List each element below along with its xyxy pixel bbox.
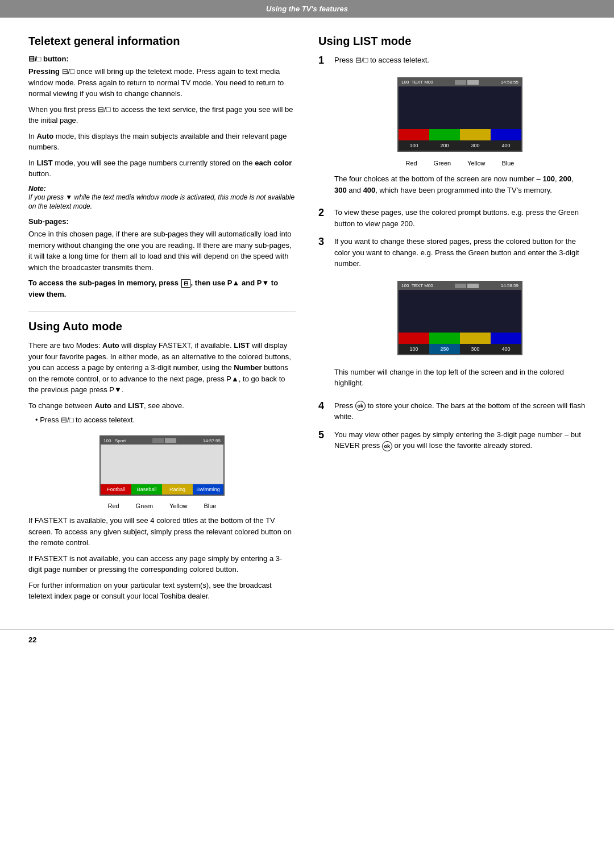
bar-y1 bbox=[460, 129, 491, 140]
text-icon: ⊟ bbox=[181, 279, 190, 288]
label-red: Red bbox=[107, 502, 119, 509]
auto-mode-para1: There are two Modes: Auto will display F… bbox=[28, 340, 296, 396]
tv-labels1: Red Green Yellow Blue bbox=[397, 159, 522, 168]
teletext-title: Teletext general information bbox=[28, 35, 296, 48]
label-green: Green bbox=[136, 502, 154, 509]
prog-block1 bbox=[152, 438, 164, 443]
step-5-content: You may view other pages by simply enter… bbox=[334, 429, 586, 451]
tv-ch1: 100 TEXT M00 bbox=[401, 79, 433, 86]
tv-time: 14:57:55 bbox=[203, 438, 221, 443]
bar-r3 bbox=[399, 333, 429, 344]
tv-nums3: 100 250 300 400 bbox=[399, 344, 521, 354]
tv-nums1: 100 200 300 400 bbox=[399, 140, 521, 151]
button-icon: ⊟/□ bbox=[28, 55, 41, 63]
page-number: 22 bbox=[28, 636, 36, 644]
step-3: 3 If you want to change these stored pag… bbox=[318, 236, 586, 393]
ok-icon: ok bbox=[355, 401, 366, 411]
left-column: Teletext general information ⊟/□ button:… bbox=[28, 35, 296, 612]
btn-green: Baseball bbox=[131, 484, 162, 495]
bar-y3 bbox=[460, 333, 491, 344]
tv-screen-list3: 100 TEXT M00 14:58:59 bbox=[334, 275, 586, 361]
tv-top3: 100 TEXT M00 14:58:59 bbox=[399, 282, 521, 290]
sport-label-racing: Racing bbox=[162, 484, 193, 495]
note-box: Note: If you press ▼ while the text medi… bbox=[28, 184, 296, 212]
num-300: 300 bbox=[460, 140, 491, 151]
bar-b3 bbox=[491, 333, 521, 344]
pb3 bbox=[455, 284, 466, 288]
pb4 bbox=[467, 284, 479, 288]
teletext-section: Teletext general information ⊟/□ button:… bbox=[28, 35, 296, 300]
step1-para: The four choices at the bottom of the sc… bbox=[334, 173, 586, 196]
auto-mode-title: Using Auto mode bbox=[28, 320, 296, 333]
tv-progress bbox=[152, 438, 176, 443]
step-3-content: If you want to change these stored pages… bbox=[334, 236, 586, 393]
divider bbox=[28, 311, 296, 312]
page-footer: 22 bbox=[0, 629, 614, 650]
subpages-para1: Once in this chosen page, if there are s… bbox=[28, 229, 296, 273]
step-5-num: 5 bbox=[318, 429, 330, 442]
lbl-green1: Green bbox=[434, 159, 451, 168]
button-para4: In LIST mode, you will see the page numb… bbox=[28, 157, 296, 180]
tv-bottom-bar1 bbox=[399, 129, 521, 140]
step-3-num: 3 bbox=[318, 236, 330, 248]
button-para2: When you first press ⊟/□ to access the t… bbox=[28, 104, 296, 126]
step-4-content: Press ok to store your choice. The bars … bbox=[334, 400, 586, 422]
tv-ch3: 100 TEXT M00 bbox=[401, 283, 433, 289]
tv-bottom-bar3 bbox=[399, 333, 521, 344]
bar-g3 bbox=[429, 333, 460, 344]
content-area: Teletext general information ⊟/□ button:… bbox=[0, 18, 614, 629]
auto-mode-section: Using Auto mode There are two Modes: Aut… bbox=[28, 320, 296, 602]
btn-yellow: Racing bbox=[162, 484, 193, 495]
pb1 bbox=[455, 80, 466, 85]
lbl-yellow1: Yellow bbox=[467, 159, 485, 168]
lbl-blue1: Blue bbox=[501, 159, 514, 168]
tv-body3 bbox=[399, 290, 521, 333]
bar-g1 bbox=[429, 129, 460, 140]
list-mode-title: Using LIST mode bbox=[318, 35, 586, 48]
tv-prog3 bbox=[455, 284, 479, 288]
tv-top1: 100 TEXT M00 14:58:55 bbox=[399, 78, 521, 86]
label-yellow: Yellow bbox=[169, 502, 187, 509]
lbl-red1: Red bbox=[405, 159, 417, 168]
num-100: 100 bbox=[399, 140, 429, 151]
step-1-content: Press ⊟/□ to access teletext. 100 TEXT M… bbox=[334, 55, 586, 200]
sport-label-baseball: Baseball bbox=[131, 484, 162, 495]
btn-red: Football bbox=[101, 484, 131, 495]
tv-screen-box: 100 Sport 14:57:55 Football bbox=[99, 435, 225, 496]
pb2 bbox=[467, 80, 479, 85]
num3-400: 400 bbox=[491, 344, 521, 354]
auto-mode-para2: To change between Auto and LIST, see abo… bbox=[28, 400, 296, 412]
note-title: Note: bbox=[28, 185, 46, 193]
tv-time3: 14:58:59 bbox=[501, 283, 518, 289]
tv-color-labels: Red Green Yellow Blue bbox=[99, 502, 225, 509]
button-label: ⊟/□ button: bbox=[28, 55, 296, 63]
tv-body1 bbox=[399, 86, 521, 129]
fastext-para1: If FASTEXT is available, you will see 4 … bbox=[28, 515, 296, 549]
right-column: Using LIST mode 1 Press ⊟/□ to access te… bbox=[318, 35, 586, 612]
step-2-num: 2 bbox=[318, 207, 330, 219]
step-4-num: 4 bbox=[318, 400, 330, 413]
list-mode-section: Using LIST mode 1 Press ⊟/□ to access te… bbox=[318, 35, 586, 451]
tv-time1: 14:58:55 bbox=[501, 79, 518, 86]
step-1-num: 1 bbox=[318, 55, 330, 67]
header-title: Using the TV's features bbox=[266, 5, 348, 13]
num3-100: 100 bbox=[399, 344, 429, 354]
tv-screen-box1: 100 TEXT M00 14:58:55 bbox=[397, 77, 522, 152]
num-400: 400 bbox=[491, 140, 521, 151]
fastext-para3: For further information on your particul… bbox=[28, 580, 296, 602]
tv-colored-bar: Football Baseball Racing Swimming bbox=[101, 484, 223, 495]
tv-top-status: 100 Sport 14:57:55 bbox=[101, 437, 223, 445]
tv-screen-box3: 100 TEXT M00 14:58:59 bbox=[397, 281, 522, 355]
button-para3: In Auto mode, this displays the main sub… bbox=[28, 131, 296, 153]
step-4: 4 Press ok to store your choice. The bar… bbox=[318, 400, 586, 422]
step-5: 5 You may view other pages by simply ent… bbox=[318, 429, 586, 451]
step-1: 1 Press ⊟/□ to access teletext. 100 TEXT… bbox=[318, 55, 586, 200]
sport-label-football: Football bbox=[101, 484, 131, 495]
prog-block2 bbox=[165, 438, 176, 443]
bar-r1 bbox=[399, 129, 429, 140]
note-text: If you press ▼ while the text media wind… bbox=[28, 193, 296, 212]
subpages-para2: To access the sub-pages in memory, press… bbox=[28, 277, 296, 300]
tv-content bbox=[101, 445, 223, 484]
subpages-title: Sub-pages: bbox=[28, 217, 296, 226]
header-bar: Using the TV's features bbox=[0, 0, 614, 18]
